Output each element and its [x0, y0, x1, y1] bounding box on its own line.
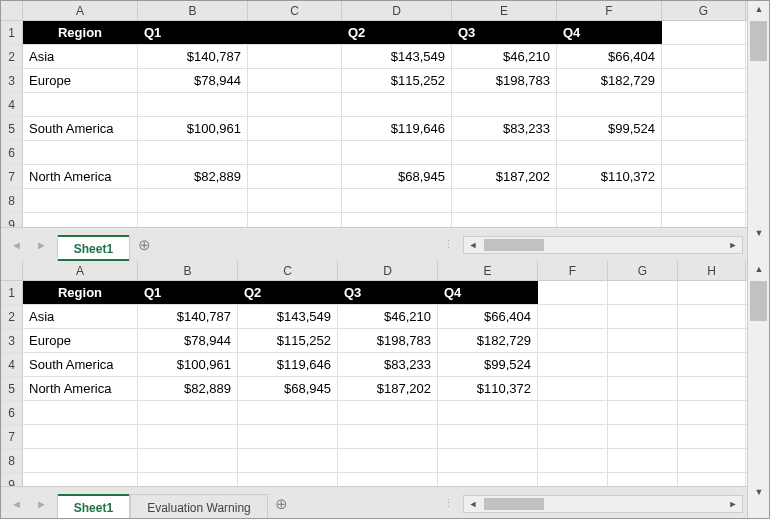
cell[interactable]: [557, 213, 662, 227]
cell[interactable]: [662, 117, 746, 140]
scroll-thumb[interactable]: [484, 239, 544, 251]
column-header[interactable]: B: [138, 261, 238, 280]
scroll-right-button[interactable]: ►: [724, 240, 742, 250]
cell[interactable]: $66,404: [438, 305, 538, 328]
cell[interactable]: [138, 473, 238, 486]
select-all-corner[interactable]: [1, 261, 23, 280]
cell[interactable]: [248, 189, 342, 212]
cell[interactable]: $68,945: [342, 165, 452, 188]
cell[interactable]: [538, 329, 608, 352]
cell[interactable]: $119,646: [342, 117, 452, 140]
cell[interactable]: [23, 425, 138, 448]
scroll-up-button[interactable]: ▲: [748, 261, 770, 279]
cell[interactable]: Europe: [23, 69, 138, 92]
cell[interactable]: [248, 213, 342, 227]
sheet-tab[interactable]: Evaluation Warning: [130, 494, 268, 519]
cell[interactable]: $182,729: [557, 69, 662, 92]
cell[interactable]: [678, 305, 746, 328]
cell[interactable]: [23, 141, 138, 164]
row-header[interactable]: 8: [1, 189, 23, 212]
cell[interactable]: [138, 449, 238, 472]
cell[interactable]: [248, 45, 342, 68]
cell[interactable]: [438, 449, 538, 472]
table-header-cell[interactable]: [538, 281, 608, 304]
add-sheet-button[interactable]: ⊕: [130, 232, 158, 258]
cell[interactable]: [662, 189, 746, 212]
cell[interactable]: [662, 93, 746, 116]
add-sheet-button[interactable]: ⊕: [268, 491, 296, 517]
cell[interactable]: Europe: [23, 329, 138, 352]
cell[interactable]: [342, 93, 452, 116]
column-header[interactable]: G: [608, 261, 678, 280]
horizontal-scrollbar[interactable]: ◄ ►: [463, 236, 743, 254]
cell[interactable]: Asia: [23, 45, 138, 68]
cell[interactable]: [438, 425, 538, 448]
row-header[interactable]: 2: [1, 45, 23, 68]
table-header-cell[interactable]: Q2: [342, 21, 452, 44]
cell[interactable]: $99,524: [557, 117, 662, 140]
cell[interactable]: $143,549: [238, 305, 338, 328]
cell[interactable]: [557, 189, 662, 212]
row-header[interactable]: 4: [1, 93, 23, 116]
scroll-left-button[interactable]: ◄: [464, 240, 482, 250]
cell[interactable]: South America: [23, 353, 138, 376]
cell[interactable]: $110,372: [438, 377, 538, 400]
cell[interactable]: [678, 401, 746, 424]
cell[interactable]: [452, 93, 557, 116]
column-header[interactable]: F: [557, 1, 662, 20]
cell[interactable]: [662, 45, 746, 68]
cell[interactable]: $83,233: [452, 117, 557, 140]
cell[interactable]: [608, 401, 678, 424]
cell[interactable]: North America: [23, 165, 138, 188]
cell[interactable]: $99,524: [438, 353, 538, 376]
cell[interactable]: [452, 141, 557, 164]
cell[interactable]: $140,787: [138, 305, 238, 328]
cell[interactable]: [608, 329, 678, 352]
cell[interactable]: $66,404: [557, 45, 662, 68]
cell[interactable]: [138, 141, 248, 164]
cell[interactable]: $82,889: [138, 377, 238, 400]
table-header-cell[interactable]: Q2: [238, 281, 338, 304]
cell[interactable]: [138, 401, 238, 424]
scroll-right-button[interactable]: ►: [724, 499, 742, 509]
cell[interactable]: $143,549: [342, 45, 452, 68]
row-header[interactable]: 1: [1, 21, 23, 44]
cell[interactable]: $83,233: [338, 353, 438, 376]
table-header-cell[interactable]: Q4: [557, 21, 662, 44]
row-header[interactable]: 8: [1, 449, 23, 472]
select-all-corner[interactable]: [1, 1, 23, 20]
scroll-thumb[interactable]: [750, 281, 767, 321]
column-header[interactable]: C: [238, 261, 338, 280]
cell[interactable]: [23, 473, 138, 486]
cell[interactable]: [538, 305, 608, 328]
cell[interactable]: [238, 401, 338, 424]
row-header[interactable]: 3: [1, 69, 23, 92]
cell[interactable]: [138, 425, 238, 448]
cell[interactable]: [538, 353, 608, 376]
cell[interactable]: [678, 449, 746, 472]
cell[interactable]: [557, 141, 662, 164]
column-header[interactable]: F: [538, 261, 608, 280]
column-header[interactable]: E: [452, 1, 557, 20]
cell[interactable]: [238, 449, 338, 472]
cell[interactable]: [338, 425, 438, 448]
row-header[interactable]: 7: [1, 425, 23, 448]
cell[interactable]: [238, 473, 338, 486]
table-header-cell[interactable]: [678, 281, 746, 304]
sheet-tab[interactable]: Sheet1: [57, 235, 130, 261]
cell[interactable]: [138, 213, 248, 227]
cell[interactable]: [338, 401, 438, 424]
cell[interactable]: [23, 449, 138, 472]
column-header[interactable]: C: [248, 1, 342, 20]
cell[interactable]: [608, 473, 678, 486]
cell[interactable]: $119,646: [238, 353, 338, 376]
cell[interactable]: $115,252: [238, 329, 338, 352]
cell[interactable]: [248, 117, 342, 140]
cell[interactable]: $82,889: [138, 165, 248, 188]
scroll-down-button[interactable]: ▼: [748, 484, 770, 502]
row-header[interactable]: 3: [1, 329, 23, 352]
cell[interactable]: $46,210: [452, 45, 557, 68]
cell[interactable]: $100,961: [138, 117, 248, 140]
cell[interactable]: [238, 425, 338, 448]
grid-top[interactable]: ABCDEFG1RegionQ1Q2Q3Q42Asia$140,787$143,…: [1, 1, 748, 227]
